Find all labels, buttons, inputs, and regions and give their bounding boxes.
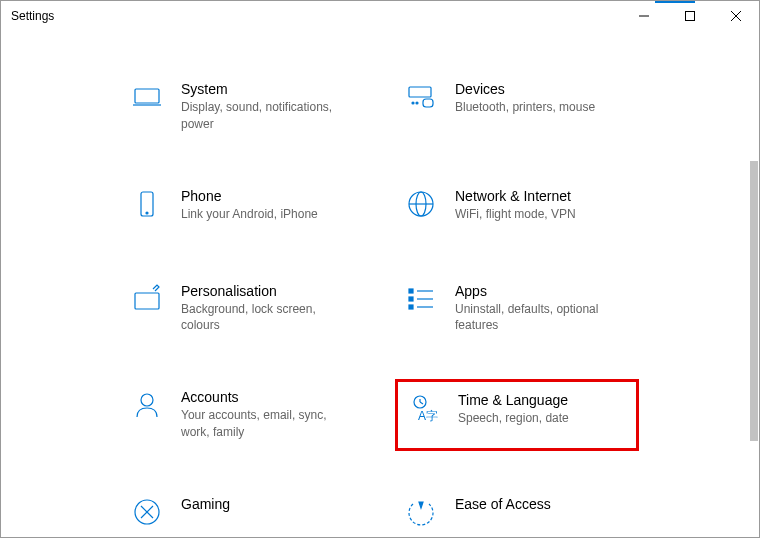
category-desc: WiFi, flight mode, VPN bbox=[455, 206, 631, 223]
category-personalisation[interactable]: Personalisation Background, lock screen,… bbox=[121, 273, 365, 345]
personalisation-icon bbox=[129, 283, 165, 315]
time-language-icon: A字 bbox=[406, 392, 442, 424]
category-desc: Link your Android, iPhone bbox=[181, 206, 357, 223]
accounts-icon bbox=[129, 389, 165, 421]
category-desc: Uninstall, defaults, optional features bbox=[455, 301, 631, 335]
svg-rect-1 bbox=[686, 12, 695, 21]
gaming-icon bbox=[129, 496, 165, 528]
svg-rect-4 bbox=[135, 89, 159, 103]
category-desc: Display, sound, notifications, power bbox=[181, 99, 357, 133]
titlebar: Settings bbox=[1, 1, 759, 31]
svg-point-22 bbox=[141, 394, 153, 406]
scrollbar-thumb[interactable] bbox=[750, 161, 758, 441]
category-title: Network & Internet bbox=[455, 188, 631, 204]
svg-line-25 bbox=[420, 402, 423, 404]
window-controls bbox=[621, 1, 759, 30]
minimize-button[interactable] bbox=[621, 1, 667, 31]
category-title: Gaming bbox=[181, 496, 357, 512]
category-time-language[interactable]: A字 Time & Language Speech, region, date bbox=[395, 379, 639, 451]
category-title: Time & Language bbox=[458, 392, 628, 408]
category-title: Accounts bbox=[181, 389, 357, 405]
phone-icon bbox=[129, 188, 165, 220]
system-icon bbox=[129, 81, 165, 113]
svg-point-9 bbox=[416, 102, 418, 104]
svg-rect-20 bbox=[409, 305, 413, 309]
window-title: Settings bbox=[11, 9, 54, 23]
category-title: Phone bbox=[181, 188, 357, 204]
category-desc: Bluetooth, printers, mouse bbox=[455, 99, 631, 116]
category-ease-of-access[interactable]: Ease of Access bbox=[395, 486, 639, 537]
category-network[interactable]: Network & Internet WiFi, flight mode, VP… bbox=[395, 178, 639, 238]
settings-content: System Display, sound, notifications, po… bbox=[1, 31, 759, 537]
category-desc: Speech, region, date bbox=[458, 410, 628, 427]
category-system[interactable]: System Display, sound, notifications, po… bbox=[121, 71, 365, 143]
svg-point-8 bbox=[412, 102, 414, 104]
category-apps[interactable]: Apps Uninstall, defaults, optional featu… bbox=[395, 273, 639, 345]
svg-rect-7 bbox=[423, 99, 433, 107]
svg-text:A字: A字 bbox=[418, 409, 438, 423]
category-desc: Background, lock screen, colours bbox=[181, 301, 357, 335]
category-title: Ease of Access bbox=[455, 496, 631, 512]
settings-grid: System Display, sound, notifications, po… bbox=[121, 71, 639, 537]
svg-rect-6 bbox=[409, 87, 431, 97]
category-accounts[interactable]: Accounts Your accounts, email, sync, wor… bbox=[121, 379, 365, 451]
close-button[interactable] bbox=[713, 1, 759, 31]
devices-icon bbox=[403, 81, 439, 113]
category-gaming[interactable]: Gaming bbox=[121, 486, 365, 537]
category-phone[interactable]: Phone Link your Android, iPhone bbox=[121, 178, 365, 238]
network-icon bbox=[403, 188, 439, 220]
category-title: System bbox=[181, 81, 357, 97]
ease-of-access-icon bbox=[403, 496, 439, 528]
category-title: Apps bbox=[455, 283, 631, 299]
svg-rect-15 bbox=[135, 293, 159, 309]
category-desc: Your accounts, email, sync, work, family bbox=[181, 407, 357, 441]
category-title: Personalisation bbox=[181, 283, 357, 299]
svg-rect-16 bbox=[409, 289, 413, 293]
svg-point-11 bbox=[146, 212, 148, 214]
category-title: Devices bbox=[455, 81, 631, 97]
apps-icon bbox=[403, 283, 439, 315]
maximize-button[interactable] bbox=[667, 1, 713, 31]
svg-rect-18 bbox=[409, 297, 413, 301]
category-devices[interactable]: Devices Bluetooth, printers, mouse bbox=[395, 71, 639, 143]
